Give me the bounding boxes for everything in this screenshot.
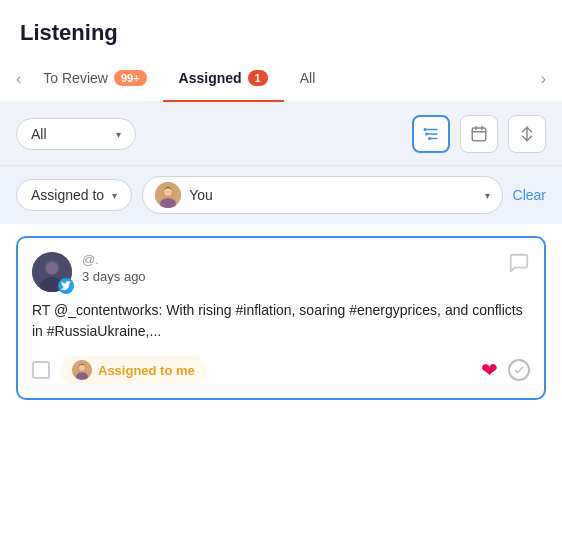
you-label: You <box>189 187 213 203</box>
assigned-to-label: Assigned to <box>31 187 104 203</box>
header: Listening <box>0 0 562 56</box>
svg-point-3 <box>424 128 427 131</box>
svg-point-22 <box>79 365 85 371</box>
post-time: 3 days ago <box>82 269 498 284</box>
tab-to-review-badge: 99+ <box>114 70 147 86</box>
post-avatar-wrap <box>32 252 72 292</box>
tabs-list: To Review 99+ Assigned 1 All <box>27 56 534 102</box>
tab-assigned-badge: 1 <box>248 70 268 86</box>
svg-rect-6 <box>472 128 486 141</box>
post-checkbox[interactable] <box>32 361 50 379</box>
assigned-to-dropdown[interactable]: Assigned to ▾ <box>16 179 132 211</box>
sort-icon-button[interactable] <box>508 115 546 153</box>
assigned-filter-row: Assigned to ▾ You ▾ Clear <box>0 166 562 224</box>
content-area: @. 3 days ago RT @_contentworks: With ri… <box>0 224 562 541</box>
twitter-badge <box>58 278 74 294</box>
chevron-right-icon: › <box>541 70 546 88</box>
calendar-icon-button[interactable] <box>460 115 498 153</box>
svg-point-4 <box>425 133 428 136</box>
you-dropdown[interactable]: You ▾ <box>142 176 502 214</box>
assigned-badge-label: Assigned to me <box>98 363 195 378</box>
heart-icon[interactable]: ❤ <box>481 358 498 382</box>
filter-icon-button[interactable] <box>412 115 450 153</box>
svg-point-14 <box>164 188 172 196</box>
post-meta: @. 3 days ago <box>82 252 498 284</box>
tab-assigned[interactable]: Assigned 1 <box>163 56 284 102</box>
tab-all-label: All <box>300 70 316 86</box>
assigned-badge[interactable]: Assigned to me <box>60 356 207 384</box>
source-filter-dropdown[interactable]: All ▾ <box>16 118 136 150</box>
you-chevron: ▾ <box>485 190 490 201</box>
sort-icon <box>518 125 536 143</box>
message-icon <box>508 252 530 274</box>
clear-button[interactable]: Clear <box>513 187 546 203</box>
page-title: Listening <box>20 20 542 46</box>
tab-next-button[interactable]: › <box>535 62 552 96</box>
chevron-left-icon: ‹ <box>16 70 21 88</box>
checkmark-icon <box>513 364 525 376</box>
post-menu-icon[interactable] <box>508 252 530 279</box>
sliders-icon <box>422 125 440 143</box>
calendar-icon <box>470 125 488 143</box>
you-avatar <box>155 182 181 208</box>
source-filter-label: All <box>31 126 47 142</box>
tab-assigned-label: Assigned <box>179 70 242 86</box>
twitter-icon <box>61 281 71 291</box>
you-avatar-img <box>155 182 181 208</box>
filters-row: All ▾ <box>0 103 562 166</box>
tab-to-review-label: To Review <box>43 70 108 86</box>
check-circle-button[interactable] <box>508 359 530 381</box>
svg-point-18 <box>46 262 58 274</box>
post-footer: Assigned to me ❤ <box>32 356 530 384</box>
badge-avatar-img <box>72 360 92 380</box>
assigned-to-chevron: ▾ <box>112 190 117 201</box>
post-header: @. 3 days ago <box>32 252 530 292</box>
svg-point-5 <box>428 137 431 140</box>
page-container: Listening ‹ To Review 99+ Assigned 1 All… <box>0 0 562 541</box>
tabs-container: ‹ To Review 99+ Assigned 1 All › <box>0 56 562 103</box>
post-card: @. 3 days ago RT @_contentworks: With ri… <box>16 236 546 400</box>
tab-all[interactable]: All <box>284 56 332 102</box>
post-handle: @. <box>82 252 498 267</box>
source-filter-chevron: ▾ <box>116 129 121 140</box>
tab-prev-button[interactable]: ‹ <box>10 62 27 96</box>
tab-to-review[interactable]: To Review 99+ <box>27 56 162 102</box>
post-text: RT @_contentworks: With rising #inflatio… <box>32 300 530 342</box>
post-actions: ❤ <box>481 358 530 382</box>
badge-avatar <box>72 360 92 380</box>
